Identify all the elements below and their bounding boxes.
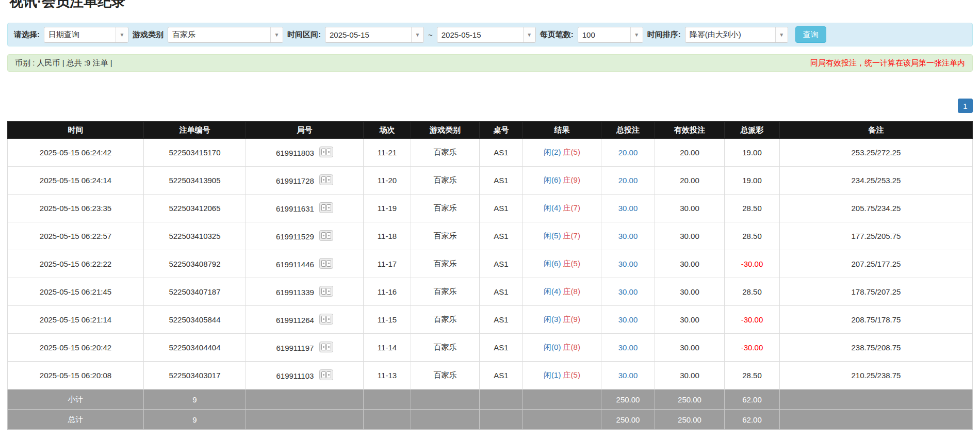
cell-total-bet[interactable]: 30.00 bbox=[601, 334, 655, 362]
empty-cell bbox=[364, 390, 411, 410]
cell-total-bet[interactable]: 30.00 bbox=[601, 222, 655, 250]
cell-payout: -30.00 bbox=[725, 250, 780, 278]
result-cards-icon[interactable] bbox=[319, 230, 333, 242]
result-cards-icon[interactable] bbox=[319, 147, 333, 159]
date-from-select[interactable]: 2025-05-15 ▼ bbox=[325, 27, 424, 43]
subtotal-valid-bet: 250.00 bbox=[655, 390, 725, 410]
empty-cell bbox=[246, 390, 364, 410]
result-player: 闲(4) bbox=[544, 203, 561, 212]
currency-summary-text: 币别 : 人民币 | 总共 :9 注单 | bbox=[15, 58, 112, 68]
round-id-text: 619911529 bbox=[276, 232, 314, 240]
cell-time: 2025-05-15 06:21:45 bbox=[8, 278, 144, 306]
cell-game-type: 百家乐 bbox=[411, 139, 480, 167]
cell-time: 2025-05-15 06:22:22 bbox=[8, 250, 144, 278]
chevron-down-icon[interactable]: ▼ bbox=[270, 27, 283, 42]
cell-total-bet[interactable]: 30.00 bbox=[601, 250, 655, 278]
grand-total-count: 9 bbox=[144, 410, 246, 430]
cell-table-no: AS1 bbox=[480, 334, 523, 362]
cell-payout: 19.00 bbox=[725, 167, 780, 195]
empty-cell bbox=[523, 410, 601, 430]
chevron-down-icon[interactable]: ▼ bbox=[775, 27, 788, 42]
cell-valid-bet: 30.00 bbox=[655, 278, 725, 306]
chevron-down-icon[interactable]: ▼ bbox=[630, 27, 643, 42]
chevron-down-icon[interactable]: ▼ bbox=[523, 27, 535, 42]
cell-game-type: 百家乐 bbox=[411, 250, 480, 278]
cell-valid-bet: 30.00 bbox=[655, 222, 725, 250]
query-type-label: 请选择: bbox=[14, 30, 40, 40]
cell-total-bet[interactable]: 30.00 bbox=[601, 278, 655, 306]
empty-cell bbox=[411, 410, 480, 430]
page-title: 视讯·会员注单纪录 bbox=[9, 0, 973, 9]
cell-table-no: AS1 bbox=[480, 139, 523, 167]
table-row: 2025-05-15 06:23:35 522503412065 6199116… bbox=[8, 195, 973, 222]
cell-round-id: 619911728 bbox=[246, 167, 364, 195]
cell-bet-id: 522503415170 bbox=[144, 139, 246, 167]
sort-order-select[interactable]: 降幂(由大到小) ▼ bbox=[685, 27, 788, 43]
grand-total-valid-bet: 250.00 bbox=[655, 410, 725, 430]
col-header-result: 结果 bbox=[523, 122, 601, 139]
result-cards-icon[interactable] bbox=[319, 258, 333, 270]
cell-total-bet[interactable]: 20.00 bbox=[601, 167, 655, 195]
cell-note: 178.75/207.25 bbox=[780, 278, 973, 306]
page-button-1[interactable]: 1 bbox=[958, 99, 973, 113]
cell-session: 11-15 bbox=[364, 306, 411, 334]
subtotal-total-bet: 250.00 bbox=[601, 390, 655, 410]
round-id-text: 619911339 bbox=[276, 287, 314, 296]
cell-result: 闲(4) 庄(7) bbox=[523, 195, 601, 222]
valid-bet-notice-text: 同局有效投注，统一计算在该局第一张注单内 bbox=[810, 58, 965, 68]
cell-note: 208.75/178.75 bbox=[780, 306, 973, 334]
chevron-down-icon[interactable]: ▼ bbox=[116, 27, 128, 42]
round-id-text: 619911446 bbox=[276, 260, 314, 268]
col-header-game-type: 游戏类别 bbox=[411, 122, 480, 139]
result-player: 闲(6) bbox=[544, 175, 561, 184]
empty-cell bbox=[364, 410, 411, 430]
table-header-row: 时间 注单编号 局号 场次 游戏类别 桌号 结果 总投注 有效投注 总派彩 备注 bbox=[8, 122, 973, 139]
cell-total-bet[interactable]: 30.00 bbox=[601, 195, 655, 222]
cell-result: 闲(1) 庄(5) bbox=[523, 362, 601, 390]
chevron-down-icon[interactable]: ▼ bbox=[411, 27, 423, 42]
result-banker: 庄(9) bbox=[563, 315, 580, 323]
cell-game-type: 百家乐 bbox=[411, 278, 480, 306]
cell-round-id: 619911197 bbox=[246, 334, 364, 362]
page-size-select[interactable]: 100 ▼ bbox=[578, 27, 643, 43]
result-cards-icon[interactable] bbox=[319, 286, 333, 298]
cell-game-type: 百家乐 bbox=[411, 334, 480, 362]
result-player: 闲(5) bbox=[544, 231, 561, 240]
query-button[interactable]: 查询 bbox=[795, 26, 826, 43]
cell-total-bet[interactable]: 30.00 bbox=[601, 306, 655, 334]
empty-cell bbox=[480, 390, 523, 410]
cell-time: 2025-05-15 06:20:42 bbox=[8, 334, 144, 362]
result-cards-icon[interactable] bbox=[319, 174, 333, 187]
result-cards-icon[interactable] bbox=[319, 342, 333, 354]
cell-table-no: AS1 bbox=[480, 306, 523, 334]
cell-note: 234.25/253.25 bbox=[780, 167, 973, 195]
page: 视讯·会员注单纪录 请选择: 日期查询 ▼ 游戏类别 百家乐 ▼ 时间区间: 2… bbox=[0, 0, 980, 430]
cell-session: 11-14 bbox=[364, 334, 411, 362]
result-cards-icon[interactable] bbox=[319, 202, 333, 215]
result-banker: 庄(5) bbox=[563, 370, 580, 379]
subtotal-row: 小计 9 250.00 250.00 62.00 bbox=[8, 390, 973, 410]
empty-cell bbox=[411, 390, 480, 410]
cell-table-no: AS1 bbox=[480, 278, 523, 306]
cell-game-type: 百家乐 bbox=[411, 222, 480, 250]
cell-total-bet[interactable]: 30.00 bbox=[601, 362, 655, 390]
cell-result: 闲(6) 庄(5) bbox=[523, 250, 601, 278]
result-banker: 庄(8) bbox=[563, 343, 580, 351]
date-to-select[interactable]: 2025-05-15 ▼ bbox=[437, 27, 536, 43]
result-cards-icon[interactable] bbox=[319, 314, 333, 326]
col-header-total-bet: 总投注 bbox=[601, 122, 655, 139]
cell-round-id: 619911264 bbox=[246, 306, 364, 334]
cell-round-id: 619911803 bbox=[246, 139, 364, 167]
col-header-payout: 总派彩 bbox=[725, 122, 780, 139]
result-banker: 庄(8) bbox=[563, 287, 580, 296]
cell-session: 11-20 bbox=[364, 167, 411, 195]
round-id-text: 619911264 bbox=[276, 315, 314, 324]
result-cards-icon[interactable] bbox=[319, 369, 333, 382]
cell-total-bet[interactable]: 20.00 bbox=[601, 139, 655, 167]
cell-payout: 28.50 bbox=[725, 362, 780, 390]
cell-payout: 28.50 bbox=[725, 278, 780, 306]
cell-valid-bet: 30.00 bbox=[655, 362, 725, 390]
result-banker: 庄(5) bbox=[563, 259, 580, 268]
game-type-select[interactable]: 百家乐 ▼ bbox=[168, 27, 283, 43]
query-type-select[interactable]: 日期查询 ▼ bbox=[44, 27, 128, 43]
